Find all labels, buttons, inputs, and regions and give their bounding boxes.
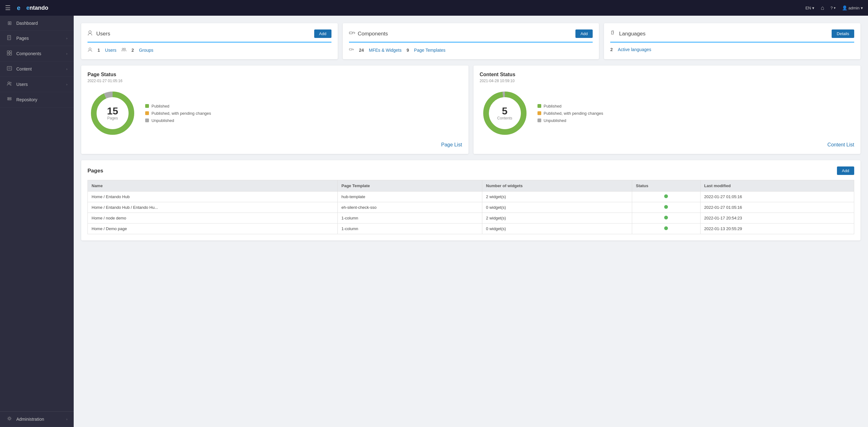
- sidebar-item-users[interactable]: Users ›: [0, 77, 74, 92]
- cell-name: Home / Demo page: [88, 224, 338, 234]
- page-donut-sublabel: Pages: [107, 116, 118, 120]
- page-status-card: Page Status 2022-01-27 01:05:16: [81, 66, 468, 154]
- components-card-title-row: Components: [349, 30, 388, 38]
- table-row: Home / node demo 1-column 2 widget(s) 20…: [88, 213, 854, 224]
- status-row: Page Status 2022-01-27 01:05:16: [81, 66, 861, 154]
- col-name: Name: [88, 180, 338, 192]
- dashboard-icon: ⊞: [6, 20, 12, 26]
- content-legend-unpublished: Unpublished: [537, 118, 603, 123]
- components-card-body: 24 MFEs & Widgets 9 Page Templates: [349, 47, 593, 53]
- content-legend-pending: Published, with pending changes: [537, 111, 603, 116]
- sidebar-item-administration[interactable]: Administration ›: [0, 411, 74, 427]
- help-menu[interactable]: ? ▾: [830, 6, 835, 10]
- users-card-icon: [88, 30, 94, 38]
- languages-card-body: 2 Active languages: [610, 47, 854, 52]
- content-donut-sublabel: Contents: [497, 116, 512, 120]
- hamburger-icon[interactable]: ☰: [5, 4, 11, 11]
- sidebar-item-dashboard[interactable]: ⊞ Dashboard: [0, 16, 74, 31]
- pages-table-card: Pages Add Name Page Template Number of w…: [81, 160, 861, 240]
- sidebar-label-repository: Repository: [16, 97, 37, 102]
- content-list-link[interactable]: Content List: [828, 142, 854, 147]
- content-donut-label: 5 Contents: [497, 106, 512, 120]
- topnav-right: EN ▾ ⌂ ? ▾ 👤 admin ▾: [805, 5, 863, 11]
- entando-logo-icon: e: [16, 3, 25, 12]
- users-count: 1: [97, 48, 100, 53]
- content-legend-published: Published: [537, 104, 603, 108]
- unpublished-dot: [145, 119, 149, 122]
- svg-rect-8: [7, 53, 9, 55]
- status-dot: [664, 194, 668, 198]
- content-status-title: Content Status: [480, 72, 855, 77]
- languages-card-title: Languages: [619, 31, 645, 37]
- mfes-link[interactable]: MFEs & Widgets: [369, 48, 401, 53]
- cell-modified: 2022-01-27 01:05:16: [700, 192, 854, 202]
- sidebar-label-components: Components: [16, 51, 41, 56]
- page-list-link[interactable]: Page List: [441, 142, 462, 147]
- svg-text:e: e: [17, 4, 20, 11]
- content-status-donut: 5 Contents: [480, 88, 530, 138]
- cell-template: eh-silent-check-sso: [337, 202, 482, 213]
- cell-widgets: 2 widget(s): [482, 192, 632, 202]
- users-link[interactable]: Users: [105, 48, 117, 53]
- pages-add-button[interactable]: Add: [837, 166, 854, 175]
- cell-widgets: 2 widget(s): [482, 213, 632, 224]
- table-row: Home / Demo page 1-column 0 widget(s) 20…: [88, 224, 854, 234]
- content-area: Users Add 1 Users 2 Groups: [74, 16, 868, 427]
- help-arrow: ▾: [834, 6, 836, 10]
- administration-icon: [6, 416, 12, 422]
- components-card-icon: [349, 30, 355, 38]
- language-selector[interactable]: EN ▾: [805, 6, 814, 10]
- users-card-icon2: [88, 47, 93, 53]
- sidebar-item-pages[interactable]: Pages ›: [0, 31, 74, 46]
- published-label: Published: [151, 104, 169, 108]
- content-unpublished-label: Unpublished: [544, 118, 566, 123]
- lang-label: EN: [805, 6, 811, 10]
- svg-point-20: [89, 31, 91, 33]
- administration-arrow-icon: ›: [66, 417, 67, 421]
- status-dot: [664, 226, 668, 230]
- unpublished-label: Unpublished: [151, 118, 174, 123]
- published-dot: [145, 104, 149, 108]
- lang-arrow-icon: ▾: [812, 6, 814, 10]
- user-menu[interactable]: 👤 admin ▾: [842, 5, 863, 10]
- content-published-dot: [537, 104, 541, 108]
- sidebar-item-repository[interactable]: Repository: [0, 92, 74, 107]
- users-card-body: 1 Users 2 Groups: [88, 47, 332, 53]
- sidebar-item-content[interactable]: Content ›: [0, 61, 74, 77]
- components-add-button[interactable]: Add: [576, 30, 593, 38]
- table-row: Home / Entando Hub hub-template 2 widget…: [88, 192, 854, 202]
- cell-status: [632, 202, 700, 213]
- svg-point-14: [10, 82, 11, 84]
- status-dot: [664, 216, 668, 220]
- languages-active-link[interactable]: Active languages: [618, 47, 651, 52]
- languages-card: Languages Details 2 Active languages: [604, 23, 861, 59]
- templates-link[interactable]: Page Templates: [414, 48, 445, 53]
- col-modified: Last modified: [700, 180, 854, 192]
- user-arrow-icon: ▾: [861, 6, 863, 10]
- col-template: Page Template: [337, 180, 482, 192]
- svg-rect-25: [349, 48, 352, 50]
- main-layout: ⊞ Dashboard Pages › Components › Content…: [0, 16, 868, 427]
- groups-link[interactable]: Groups: [139, 48, 153, 53]
- languages-card-header: Languages Details: [610, 30, 854, 43]
- legend-item-unpublished: Unpublished: [145, 118, 211, 123]
- pages-table-body: Home / Entando Hub hub-template 2 widget…: [88, 192, 854, 234]
- languages-details-button[interactable]: Details: [832, 30, 854, 38]
- svg-point-23: [124, 48, 126, 50]
- sidebar-item-components[interactable]: Components ›: [0, 46, 74, 61]
- cell-modified: 2022-01-13 20:55:29: [700, 224, 854, 234]
- pages-icon: [6, 35, 12, 41]
- svg-rect-10: [7, 66, 11, 70]
- components-icon: [6, 51, 12, 57]
- pages-table-header: Pages Add: [88, 166, 854, 175]
- content-unpublished-dot: [537, 119, 541, 122]
- components-card: Components Add 24 MFEs & Widgets 9 Page …: [343, 23, 599, 59]
- components-card-title: Components: [358, 31, 388, 37]
- repository-icon: [6, 97, 12, 103]
- user-icon: 👤: [842, 5, 847, 10]
- cell-widgets: 0 widget(s): [482, 224, 632, 234]
- cell-template: 1-column: [337, 213, 482, 224]
- users-add-button[interactable]: Add: [314, 30, 332, 38]
- cell-template: hub-template: [337, 192, 482, 202]
- home-nav-icon[interactable]: ⌂: [820, 5, 824, 11]
